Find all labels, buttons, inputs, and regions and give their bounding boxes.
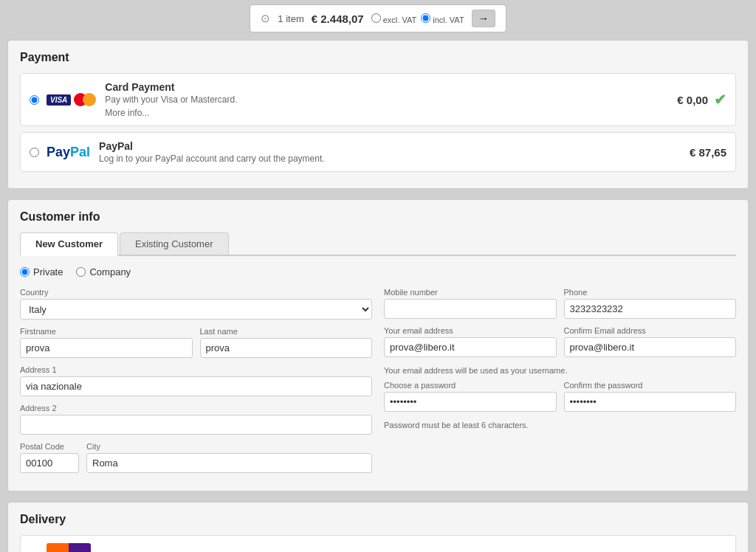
cart-next-button[interactable]: →	[472, 10, 495, 27]
city-input[interactable]	[86, 453, 372, 473]
paypal-payment-info: PayPal Log in to your PayPal account and…	[99, 140, 690, 164]
cart-icon: ⊙	[261, 12, 270, 25]
phone-input[interactable]	[564, 299, 737, 319]
paypal-payment-desc: Log in to your PayPal account and carry …	[99, 153, 690, 164]
delivery-section: Delivery FedEx FedEx International Econo…	[7, 502, 749, 552]
private-radio[interactable]	[20, 267, 30, 277]
address1-input[interactable]	[20, 376, 372, 396]
payment-section: Payment VISA Card Payment Pay with your …	[7, 40, 749, 189]
cart-price: € 2.448,07	[312, 13, 364, 25]
card-payment-option: VISA Card Payment Pay with your Visa or …	[20, 73, 736, 126]
paypal-radio[interactable]	[30, 148, 39, 157]
vat-options: excl. VAT incl. VAT	[371, 13, 464, 24]
vat-excl-label[interactable]: excl. VAT	[371, 13, 417, 24]
confirm-password-label: Confirm the password	[564, 381, 737, 390]
customer-info-title: Customer info	[20, 210, 736, 224]
paypal-logo-wrap: PayPal	[47, 145, 90, 160]
email-input[interactable]	[384, 337, 557, 357]
firstname-label: Firstname	[20, 327, 193, 336]
delivery-price-wrap: € 129,85 ✔	[665, 548, 726, 552]
customer-form-grid: Country Italy Firstname Last name	[20, 288, 736, 480]
card-price-value: € 0,00	[677, 94, 708, 106]
password-hint: Password must be at least 6 characters.	[384, 421, 736, 429]
top-bar: ⊙ 1 item € 2.448,07 excl. VAT incl. VAT …	[0, 0, 756, 40]
item-count: 1 item	[278, 13, 303, 24]
card-payment-desc: Pay with your Visa or Mastercard.	[105, 94, 677, 105]
fedex-check-icon: ✔	[714, 548, 726, 552]
customer-type-group: Private Company	[20, 266, 736, 277]
lastname-group: Last name	[200, 327, 373, 358]
card-logos: VISA	[47, 93, 96, 106]
vat-incl-label[interactable]: incl. VAT	[421, 13, 464, 24]
company-label[interactable]: Company	[76, 266, 131, 277]
postal-group: Postal Code	[20, 442, 79, 473]
company-text: Company	[89, 266, 131, 277]
lastname-input[interactable]	[200, 338, 373, 358]
paypal-price-value: € 87,65	[690, 146, 726, 159]
name-row: Firstname Last name	[20, 327, 372, 365]
password-input[interactable]	[384, 392, 557, 412]
email-label: Your email address	[384, 326, 557, 335]
paypal-logo: PayPal	[47, 145, 90, 160]
confirm-email-group: Confirm Email address	[564, 326, 737, 357]
confirm-email-input[interactable]	[564, 337, 737, 357]
password-group: Choose a password	[384, 381, 557, 412]
address1-label: Address 1	[20, 365, 372, 374]
city-label: City	[86, 442, 372, 451]
address2-input[interactable]	[20, 415, 372, 435]
main-content: Payment VISA Card Payment Pay with your …	[0, 40, 756, 552]
city-group: City	[86, 442, 372, 473]
tab-new-customer[interactable]: New Customer	[20, 232, 118, 256]
fedex-option: FedEx FedEx International Economy € 129,…	[20, 535, 736, 552]
form-col-left: Country Italy Firstname Last name	[20, 288, 372, 480]
mobile-input[interactable]	[384, 299, 557, 319]
postal-label: Postal Code	[20, 442, 79, 451]
private-text: Private	[33, 266, 63, 277]
password-row: Choose a password Confirm the password	[384, 381, 736, 419]
card-payment-radio[interactable]	[30, 95, 39, 105]
payment-title: Payment	[20, 51, 736, 64]
tab-existing-customer[interactable]: Existing Customer	[120, 232, 228, 255]
postal-city-row: Postal Code City	[20, 442, 372, 480]
postal-input[interactable]	[20, 453, 79, 473]
mobile-group: Mobile number	[384, 288, 557, 319]
company-radio[interactable]	[76, 267, 86, 277]
address1-group: Address 1	[20, 365, 372, 396]
vat-incl-radio[interactable]	[421, 13, 430, 23]
customer-info-section: Customer info New Customer Existing Cust…	[7, 199, 749, 491]
customer-tabs: New Customer Existing Customer	[20, 232, 736, 256]
fedex-logo: FedEx	[47, 543, 91, 552]
confirm-password-input[interactable]	[564, 392, 737, 412]
confirm-email-label: Confirm Email address	[564, 326, 737, 335]
address2-group: Address 2	[20, 404, 372, 435]
private-label[interactable]: Private	[20, 266, 63, 277]
form-col-right: Mobile number Phone Your email address C…	[384, 288, 736, 480]
mc-right-circle	[83, 93, 96, 106]
password-label: Choose a password	[384, 381, 557, 390]
card-payment-name: Card Payment	[105, 81, 677, 93]
card-payment-price: € 0,00 ✔	[677, 91, 726, 108]
vat-excl-radio[interactable]	[371, 13, 381, 23]
phone-group: Phone	[564, 288, 737, 319]
card-payment-info: Card Payment Pay with your Visa or Maste…	[105, 81, 677, 118]
paypal-payment-price: € 87,65	[690, 146, 726, 159]
email-row: Your email address Confirm Email address	[384, 326, 736, 365]
card-more-info[interactable]: More info...	[105, 108, 677, 118]
lastname-label: Last name	[200, 327, 373, 336]
mobile-label: Mobile number	[384, 288, 557, 297]
visa-logo: VISA	[47, 94, 71, 106]
phone-row: Mobile number Phone	[384, 288, 736, 326]
country-select[interactable]: Italy	[20, 299, 372, 320]
phone-label: Phone	[564, 288, 737, 297]
firstname-group: Firstname	[20, 327, 193, 358]
paypal-payment-option: PayPal PayPal Log in to your PayPal acco…	[20, 132, 736, 172]
mastercard-logo	[74, 93, 96, 106]
country-label: Country	[20, 288, 372, 297]
cart-summary: ⊙ 1 item € 2.448,07 excl. VAT incl. VAT …	[250, 4, 506, 32]
address2-label: Address 2	[20, 404, 372, 413]
firstname-input[interactable]	[20, 338, 193, 358]
email-group: Your email address	[384, 326, 557, 357]
country-group: Country Italy	[20, 288, 372, 320]
confirm-password-group: Confirm the password	[564, 381, 737, 412]
paypal-payment-name: PayPal	[99, 140, 690, 152]
